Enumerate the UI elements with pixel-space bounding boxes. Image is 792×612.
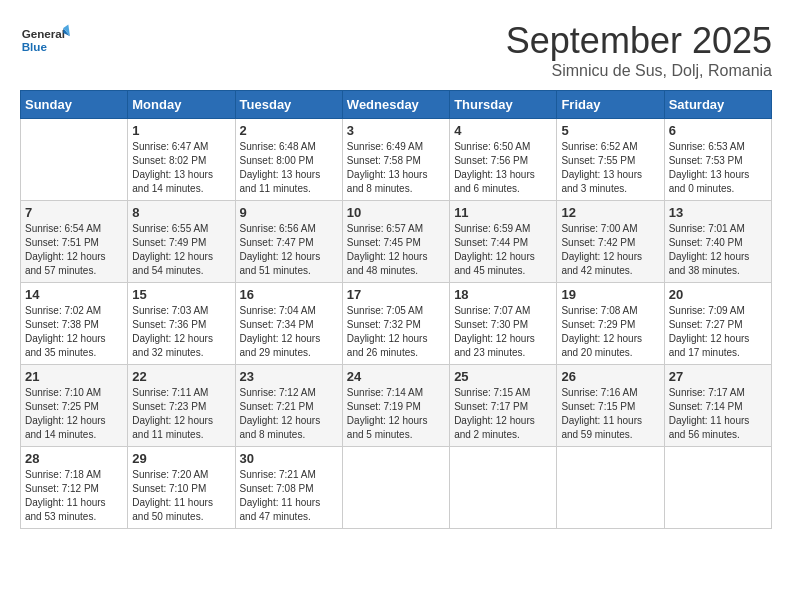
calendar-cell: 29Sunrise: 7:20 AM Sunset: 7:10 PM Dayli… xyxy=(128,447,235,529)
day-info: Sunrise: 6:59 AM Sunset: 7:44 PM Dayligh… xyxy=(454,222,552,278)
calendar-cell: 23Sunrise: 7:12 AM Sunset: 7:21 PM Dayli… xyxy=(235,365,342,447)
day-number: 18 xyxy=(454,287,552,302)
calendar-header-row: SundayMondayTuesdayWednesdayThursdayFrid… xyxy=(21,91,772,119)
calendar-cell: 2Sunrise: 6:48 AM Sunset: 8:00 PM Daylig… xyxy=(235,119,342,201)
day-info: Sunrise: 6:57 AM Sunset: 7:45 PM Dayligh… xyxy=(347,222,445,278)
day-number: 26 xyxy=(561,369,659,384)
day-info: Sunrise: 6:47 AM Sunset: 8:02 PM Dayligh… xyxy=(132,140,230,196)
calendar-cell: 28Sunrise: 7:18 AM Sunset: 7:12 PM Dayli… xyxy=(21,447,128,529)
day-number: 22 xyxy=(132,369,230,384)
day-number: 20 xyxy=(669,287,767,302)
day-number: 1 xyxy=(132,123,230,138)
day-info: Sunrise: 7:10 AM Sunset: 7:25 PM Dayligh… xyxy=(25,386,123,442)
day-info: Sunrise: 7:07 AM Sunset: 7:30 PM Dayligh… xyxy=(454,304,552,360)
header-cell-friday: Friday xyxy=(557,91,664,119)
day-info: Sunrise: 7:14 AM Sunset: 7:19 PM Dayligh… xyxy=(347,386,445,442)
calendar-cell: 7Sunrise: 6:54 AM Sunset: 7:51 PM Daylig… xyxy=(21,201,128,283)
day-number: 9 xyxy=(240,205,338,220)
day-info: Sunrise: 7:08 AM Sunset: 7:29 PM Dayligh… xyxy=(561,304,659,360)
day-info: Sunrise: 7:09 AM Sunset: 7:27 PM Dayligh… xyxy=(669,304,767,360)
header-cell-thursday: Thursday xyxy=(450,91,557,119)
day-number: 23 xyxy=(240,369,338,384)
day-number: 30 xyxy=(240,451,338,466)
day-number: 6 xyxy=(669,123,767,138)
header-cell-wednesday: Wednesday xyxy=(342,91,449,119)
header-cell-monday: Monday xyxy=(128,91,235,119)
day-info: Sunrise: 7:04 AM Sunset: 7:34 PM Dayligh… xyxy=(240,304,338,360)
calendar-cell: 13Sunrise: 7:01 AM Sunset: 7:40 PM Dayli… xyxy=(664,201,771,283)
day-number: 17 xyxy=(347,287,445,302)
calendar-cell: 17Sunrise: 7:05 AM Sunset: 7:32 PM Dayli… xyxy=(342,283,449,365)
calendar-cell: 20Sunrise: 7:09 AM Sunset: 7:27 PM Dayli… xyxy=(664,283,771,365)
calendar-cell xyxy=(342,447,449,529)
week-row-1: 7Sunrise: 6:54 AM Sunset: 7:51 PM Daylig… xyxy=(21,201,772,283)
day-number: 2 xyxy=(240,123,338,138)
calendar-cell: 8Sunrise: 6:55 AM Sunset: 7:49 PM Daylig… xyxy=(128,201,235,283)
svg-text:Blue: Blue xyxy=(22,40,48,53)
day-info: Sunrise: 7:01 AM Sunset: 7:40 PM Dayligh… xyxy=(669,222,767,278)
calendar-cell: 19Sunrise: 7:08 AM Sunset: 7:29 PM Dayli… xyxy=(557,283,664,365)
calendar-cell: 21Sunrise: 7:10 AM Sunset: 7:25 PM Dayli… xyxy=(21,365,128,447)
day-number: 21 xyxy=(25,369,123,384)
calendar-cell: 9Sunrise: 6:56 AM Sunset: 7:47 PM Daylig… xyxy=(235,201,342,283)
day-info: Sunrise: 7:18 AM Sunset: 7:12 PM Dayligh… xyxy=(25,468,123,524)
calendar-cell: 30Sunrise: 7:21 AM Sunset: 7:08 PM Dayli… xyxy=(235,447,342,529)
calendar-cell: 5Sunrise: 6:52 AM Sunset: 7:55 PM Daylig… xyxy=(557,119,664,201)
calendar-cell: 14Sunrise: 7:02 AM Sunset: 7:38 PM Dayli… xyxy=(21,283,128,365)
calendar-cell xyxy=(450,447,557,529)
day-number: 27 xyxy=(669,369,767,384)
calendar-cell: 26Sunrise: 7:16 AM Sunset: 7:15 PM Dayli… xyxy=(557,365,664,447)
day-number: 3 xyxy=(347,123,445,138)
calendar-cell: 22Sunrise: 7:11 AM Sunset: 7:23 PM Dayli… xyxy=(128,365,235,447)
calendar-cell xyxy=(664,447,771,529)
day-info: Sunrise: 7:03 AM Sunset: 7:36 PM Dayligh… xyxy=(132,304,230,360)
day-info: Sunrise: 7:15 AM Sunset: 7:17 PM Dayligh… xyxy=(454,386,552,442)
logo-icon: General Blue xyxy=(20,20,70,60)
week-row-4: 28Sunrise: 7:18 AM Sunset: 7:12 PM Dayli… xyxy=(21,447,772,529)
day-info: Sunrise: 7:05 AM Sunset: 7:32 PM Dayligh… xyxy=(347,304,445,360)
calendar-cell: 4Sunrise: 6:50 AM Sunset: 7:56 PM Daylig… xyxy=(450,119,557,201)
calendar-cell: 27Sunrise: 7:17 AM Sunset: 7:14 PM Dayli… xyxy=(664,365,771,447)
calendar-cell xyxy=(21,119,128,201)
header-cell-tuesday: Tuesday xyxy=(235,91,342,119)
day-number: 5 xyxy=(561,123,659,138)
day-number: 10 xyxy=(347,205,445,220)
calendar-cell: 25Sunrise: 7:15 AM Sunset: 7:17 PM Dayli… xyxy=(450,365,557,447)
day-info: Sunrise: 6:48 AM Sunset: 8:00 PM Dayligh… xyxy=(240,140,338,196)
day-info: Sunrise: 6:52 AM Sunset: 7:55 PM Dayligh… xyxy=(561,140,659,196)
day-info: Sunrise: 6:56 AM Sunset: 7:47 PM Dayligh… xyxy=(240,222,338,278)
svg-text:General: General xyxy=(22,27,65,40)
day-number: 24 xyxy=(347,369,445,384)
page-header: General Blue September 2025 Simnicu de S… xyxy=(20,20,772,80)
day-info: Sunrise: 6:49 AM Sunset: 7:58 PM Dayligh… xyxy=(347,140,445,196)
calendar-cell: 18Sunrise: 7:07 AM Sunset: 7:30 PM Dayli… xyxy=(450,283,557,365)
day-number: 4 xyxy=(454,123,552,138)
calendar-cell xyxy=(557,447,664,529)
week-row-0: 1Sunrise: 6:47 AM Sunset: 8:02 PM Daylig… xyxy=(21,119,772,201)
calendar-body: 1Sunrise: 6:47 AM Sunset: 8:02 PM Daylig… xyxy=(21,119,772,529)
day-info: Sunrise: 7:17 AM Sunset: 7:14 PM Dayligh… xyxy=(669,386,767,442)
day-number: 25 xyxy=(454,369,552,384)
header-cell-sunday: Sunday xyxy=(21,91,128,119)
day-info: Sunrise: 7:02 AM Sunset: 7:38 PM Dayligh… xyxy=(25,304,123,360)
calendar-cell: 12Sunrise: 7:00 AM Sunset: 7:42 PM Dayli… xyxy=(557,201,664,283)
day-number: 28 xyxy=(25,451,123,466)
day-info: Sunrise: 6:55 AM Sunset: 7:49 PM Dayligh… xyxy=(132,222,230,278)
title-block: September 2025 Simnicu de Sus, Dolj, Rom… xyxy=(506,20,772,80)
day-number: 7 xyxy=(25,205,123,220)
calendar-cell: 6Sunrise: 6:53 AM Sunset: 7:53 PM Daylig… xyxy=(664,119,771,201)
day-number: 16 xyxy=(240,287,338,302)
week-row-3: 21Sunrise: 7:10 AM Sunset: 7:25 PM Dayli… xyxy=(21,365,772,447)
day-info: Sunrise: 7:21 AM Sunset: 7:08 PM Dayligh… xyxy=(240,468,338,524)
month-title: September 2025 xyxy=(506,20,772,62)
day-number: 19 xyxy=(561,287,659,302)
day-number: 11 xyxy=(454,205,552,220)
logo: General Blue xyxy=(20,20,74,60)
day-info: Sunrise: 7:20 AM Sunset: 7:10 PM Dayligh… xyxy=(132,468,230,524)
calendar-cell: 15Sunrise: 7:03 AM Sunset: 7:36 PM Dayli… xyxy=(128,283,235,365)
day-info: Sunrise: 7:11 AM Sunset: 7:23 PM Dayligh… xyxy=(132,386,230,442)
subtitle: Simnicu de Sus, Dolj, Romania xyxy=(506,62,772,80)
day-info: Sunrise: 6:53 AM Sunset: 7:53 PM Dayligh… xyxy=(669,140,767,196)
week-row-2: 14Sunrise: 7:02 AM Sunset: 7:38 PM Dayli… xyxy=(21,283,772,365)
day-number: 12 xyxy=(561,205,659,220)
